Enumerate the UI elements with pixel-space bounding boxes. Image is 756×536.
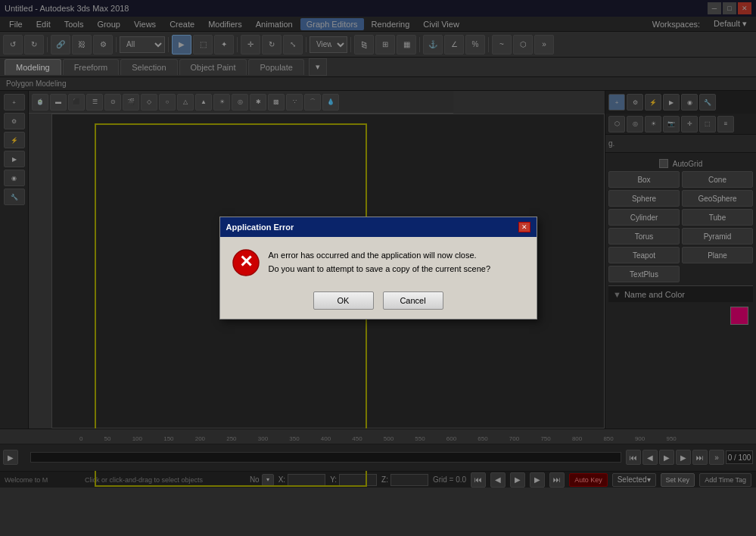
dialog-title-text: Application Error <box>226 223 294 232</box>
dialog-line1: An error has occurred and the applicatio… <box>269 249 491 263</box>
dialog-overlay: Application Error ✕ ✕ An error has occur… <box>0 0 756 536</box>
dialog-cancel-button[interactable]: Cancel <box>383 291 443 310</box>
dialog-title-bar: Application Error ✕ <box>220 217 537 237</box>
application-error-dialog: Application Error ✕ ✕ An error has occur… <box>219 217 537 319</box>
svg-text:✕: ✕ <box>239 252 253 271</box>
dialog-body: ✕ An error has occurred and the applicat… <box>220 237 537 285</box>
dialog-close-button[interactable]: ✕ <box>518 222 530 232</box>
dialog-footer: OK Cancel <box>220 285 537 319</box>
error-icon: ✕ <box>232 249 260 276</box>
dialog-message: An error has occurred and the applicatio… <box>269 249 491 276</box>
dialog-ok-button[interactable]: OK <box>313 291 374 310</box>
dialog-line2: Do you want to attempt to save a copy of… <box>269 263 491 276</box>
